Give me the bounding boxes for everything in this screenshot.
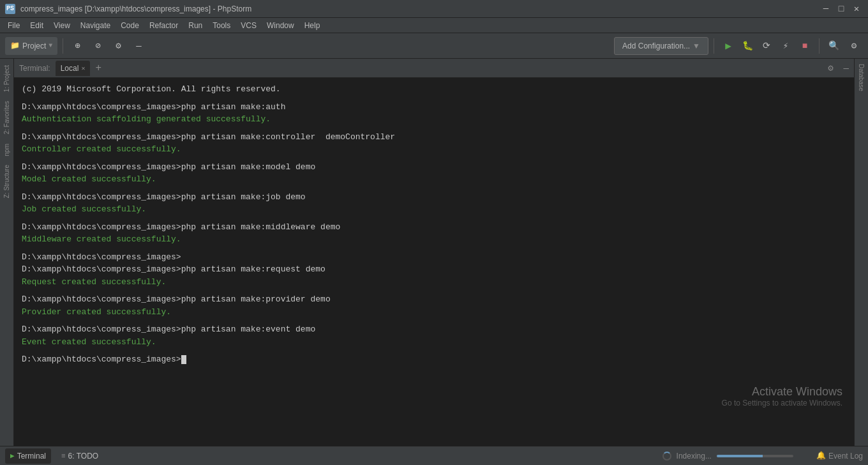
toolbar: 📁 Project ▼ ⊕ ⊘ ⚙ — Add Configuration...… (0, 33, 868, 59)
title-bar-controls: ─ □ ✕ (819, 3, 863, 15)
indexing-progress-fill (717, 455, 763, 457)
menu-help[interactable]: Help (299, 19, 326, 33)
terminal-line: Authentication scaffolding generated suc… (22, 113, 846, 126)
bottom-tab-todo[interactable]: ≡ 6: TODO (56, 448, 103, 464)
terminal-bottom-label: Terminal (17, 452, 46, 461)
terminal-line: Controller created successfully. (22, 143, 846, 156)
terminal-tab-icon: ▶ (10, 452, 15, 460)
terminal-prompt-line: D:\xampp\htdocs\compress_images> (22, 353, 846, 366)
run-controls: ▶ 🐛 ⟳ ⚡ ■ (719, 37, 814, 55)
terminal-line: D:\xampp\htdocs\compress_images>php arti… (22, 161, 846, 174)
run-coverage-button[interactable]: ⟳ (758, 37, 775, 55)
menu-window[interactable]: Window (262, 19, 299, 33)
project-selector[interactable]: 📁 Project ▼ (5, 37, 57, 55)
sidebar-item-structure[interactable]: Z: Structure (2, 161, 11, 202)
terminal-label: Terminal: (19, 64, 50, 73)
event-log-button[interactable]: 🔔 Event Log (816, 451, 863, 461)
title-bar-left: PS compress_images [D:\xampp\htdocs\comp… (5, 4, 251, 14)
terminal-line-empty (22, 318, 846, 323)
terminal-cursor (181, 355, 186, 364)
title-bar: PS compress_images [D:\xampp\htdocs\comp… (0, 0, 868, 18)
terminal-line: D:\xampp\htdocs\compress_images>php arti… (22, 131, 846, 144)
terminal-line-empty (22, 246, 846, 251)
indexing-area: Indexing... (662, 452, 793, 461)
indexing-spinner (662, 452, 671, 461)
database-panel-label: Database (858, 64, 865, 91)
toolbar-separator-2 (714, 38, 714, 54)
bottom-toolbar: ▶ Terminal ≡ 6: TODO Indexing... 🔔 Event… (0, 446, 868, 465)
maximize-button[interactable]: □ (835, 3, 848, 15)
terminal-line: D:\xampp\htdocs\compress_images> (22, 251, 846, 264)
add-configuration-button[interactable]: Add Configuration... ▼ (614, 37, 708, 55)
terminal-line: D:\xampp\htdocs\compress_images>php arti… (22, 221, 846, 234)
todo-bottom-label: 6: TODO (68, 452, 99, 461)
terminal-line: Event created successfully. (22, 336, 846, 349)
settings-gear-button[interactable]: ⚙ (845, 37, 863, 55)
minimize-button[interactable]: ─ (819, 3, 832, 15)
debug-button[interactable]: 🐛 (738, 37, 756, 55)
terminal-add-tab-button[interactable]: + (93, 61, 104, 75)
project-dropdown-icon: ▼ (49, 42, 52, 49)
menu-run[interactable]: Run (183, 19, 207, 33)
menu-code[interactable]: Code (116, 19, 144, 33)
menu-vcs[interactable]: VCS (236, 19, 262, 33)
terminal-line: Job created successfully. (22, 203, 846, 216)
toolbar-separator-3 (819, 38, 819, 54)
menu-navigate[interactable]: Navigate (75, 19, 116, 33)
menu-refactor[interactable]: Refactor (144, 19, 183, 33)
terminal-line-empty (22, 126, 846, 131)
terminal-line: D:\xampp\htdocs\compress_images>php arti… (22, 263, 846, 276)
sidebar-item-project[interactable]: 1: Project (2, 61, 11, 96)
todo-tab-icon: ≡ (61, 452, 66, 460)
terminal-line: (c) 2019 Microsoft Corporation. All righ… (22, 83, 846, 96)
bottom-tab-terminal[interactable]: ▶ Terminal (5, 448, 51, 464)
activate-windows-watermark: Activate Windows Go to Settings to activ… (722, 385, 842, 408)
terminal-line-empty (22, 216, 846, 221)
event-log-label: Event Log (828, 452, 863, 461)
stop-button[interactable]: ■ (796, 37, 814, 55)
terminal-line: Middleware created successfully. (22, 233, 846, 246)
main-area: 1: Project 2: Favorites npm Z: Structure… (0, 59, 868, 446)
menu-view[interactable]: View (49, 19, 75, 33)
menu-tools[interactable]: Tools (207, 19, 236, 33)
close-button[interactable]: ✕ (850, 3, 863, 15)
indexing-progress-bar-container (717, 455, 793, 457)
terminal-tab-local[interactable]: Local ✕ (56, 61, 91, 76)
project-selector-label: Project (22, 42, 46, 50)
terminal-line: Request created successfully. (22, 276, 846, 289)
terminal-line-empty (22, 156, 846, 161)
right-sidebar-database[interactable]: Database (854, 59, 868, 446)
search-everywhere-button[interactable]: 🔍 (825, 37, 842, 55)
activate-windows-subtitle: Go to Settings to activate Windows. (722, 399, 842, 408)
sidebar-item-npm[interactable]: npm (2, 140, 11, 160)
activate-windows-title: Activate Windows (722, 385, 842, 399)
app-icon: PS (5, 4, 15, 14)
add-config-dropdown-icon: ▼ (692, 42, 700, 50)
terminal-line: Provider created successfully. (22, 306, 846, 319)
menu-file[interactable]: File (3, 19, 25, 33)
terminal-line-empty (22, 186, 846, 191)
terminal-line: D:\xampp\htdocs\compress_images>php arti… (22, 323, 846, 336)
terminal-line-empty (22, 96, 846, 101)
run-button[interactable]: ▶ (719, 37, 737, 55)
terminal-minimize-icon[interactable]: — (844, 63, 849, 73)
menu-bar: File Edit View Navigate Code Refactor Ru… (0, 18, 868, 33)
project-folder-icon: 📁 (10, 41, 20, 50)
terminal-line-empty (22, 348, 846, 353)
terminal-line: D:\xampp\htdocs\compress_images>php arti… (22, 293, 846, 306)
sidebar-item-favorites[interactable]: 2: Favorites (2, 97, 11, 138)
toolbar-settings-btn[interactable]: ⚙ (109, 37, 127, 55)
left-vertical-tabs: 1: Project 2: Favorites npm Z: Structure (0, 59, 14, 446)
terminal-line: D:\xampp\htdocs\compress_images>php arti… (22, 191, 846, 204)
profile-button[interactable]: ⚡ (777, 37, 795, 55)
menu-edit[interactable]: Edit (25, 19, 49, 33)
terminal-settings-icon[interactable]: ⚙ (828, 63, 833, 73)
terminal-tab-close-icon[interactable]: ✕ (81, 65, 85, 72)
terminal-line: Model created successfully. (22, 173, 846, 186)
toolbar-hide-btn[interactable]: — (130, 37, 147, 55)
terminal-line-empty (22, 288, 846, 293)
terminal-line: D:\xampp\htdocs\compress_images>php arti… (22, 101, 846, 114)
toolbar-add-btn[interactable]: ⊕ (68, 37, 86, 55)
toolbar-collapse-btn[interactable]: ⊘ (89, 37, 107, 55)
terminal-tab-name: Local (61, 64, 79, 73)
